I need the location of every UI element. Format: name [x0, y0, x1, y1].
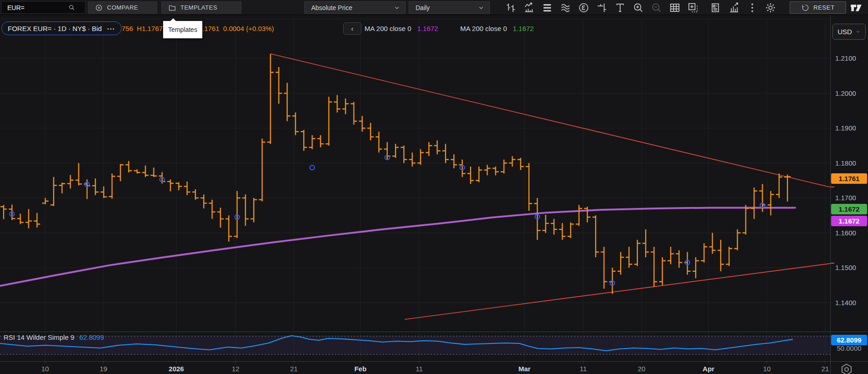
price-axis[interactable]: USD 1.21001.20001.19001.18001.17001.1600…: [831, 15, 868, 374]
time-tick-label: Apr: [696, 365, 721, 373]
price-tick-label: 1.1900: [835, 124, 867, 132]
tradingview-logo: [849, 2, 866, 14]
templates-button[interactable]: TEMPLATES: [161, 1, 241, 14]
price-tick-label: 1.1700: [835, 194, 867, 202]
ohlc-style-icon[interactable]: [505, 2, 517, 14]
symbol-title: FOREX EUR= · 1D · NY$ · Bid: [8, 25, 102, 32]
time-tick-label: 20: [629, 365, 654, 373]
reset-icon: [801, 4, 809, 12]
zoom-in-icon[interactable]: [632, 2, 644, 14]
chevron-left-icon: ‹: [351, 25, 354, 32]
time-tick-label: Mar: [512, 365, 537, 373]
templates-button-label: TEMPLATES: [180, 4, 217, 11]
axis-scale-icon[interactable]: [596, 2, 608, 14]
ma200-label: MA 200 close 0: [365, 25, 411, 32]
ohlc-bars[interactable]: [0, 54, 791, 294]
price-badge: 1.1672: [831, 216, 867, 226]
time-axis[interactable]: 101920261221Feb11Mar1120Apr1021: [0, 362, 868, 374]
plus-circle-icon: [95, 4, 103, 12]
price-tick-label: 1.1400: [835, 299, 867, 307]
rsi-legend[interactable]: RSI 14 Wilder Simple 9 62.8099: [4, 333, 104, 341]
events-icon[interactable]: [578, 2, 590, 14]
price-mode-value: Absolute Price: [311, 4, 352, 11]
chevron-down-icon: [478, 4, 485, 11]
chevron-down-icon: [855, 29, 861, 35]
time-tick-label: 10: [32, 365, 58, 373]
price-tick-label: 1.1800: [835, 159, 867, 167]
ma200-label: MA 200 close 0: [460, 25, 507, 32]
waves-icon[interactable]: [560, 2, 571, 14]
time-tick-label: 11: [570, 365, 596, 373]
settings-icon[interactable]: [765, 2, 776, 14]
price-tick-label: 1.2100: [835, 54, 867, 62]
signal-markers[interactable]: [10, 155, 765, 285]
time-tick-label: Feb: [348, 365, 373, 373]
text-tool-icon[interactable]: [614, 2, 626, 14]
time-tick-label: 12: [223, 365, 248, 373]
time-tick-label: 10: [754, 365, 780, 373]
ohlc-values-right: .1761 0.0004 (+0.03%): [202, 25, 274, 32]
templates-tooltip: Templates: [163, 21, 202, 38]
symbol-search-input[interactable]: [6, 4, 66, 12]
price-tick-label: 1.1600: [835, 229, 867, 237]
trendlines[interactable]: [271, 54, 830, 319]
signal-marker: [310, 165, 314, 170]
price-chart[interactable]: [0, 0, 868, 374]
compare-button-label: COMPARE: [107, 4, 138, 11]
symbol-search-box[interactable]: [1, 1, 85, 14]
layers-icon[interactable]: [541, 2, 553, 14]
add-pane-icon[interactable]: [687, 2, 699, 14]
more-options-icon[interactable]: [746, 2, 758, 14]
reset-button-label: RESET: [813, 4, 834, 11]
top-toolbar: COMPARE TEMPLATES Absolute Price Daily R…: [0, 0, 868, 15]
time-tick-label: 2026: [164, 365, 189, 373]
ma200-value: 1.1672: [417, 25, 438, 32]
price-badge: 1.1761: [831, 173, 867, 184]
time-tick-label: 21: [812, 365, 838, 373]
chevron-down-icon: [393, 4, 401, 11]
currency-value: USD: [837, 28, 852, 36]
time-tick-label: 21: [281, 365, 307, 373]
price-badge: 50.0000: [831, 343, 867, 353]
news-icon[interactable]: [710, 2, 722, 14]
rsi-label: RSI 14 Wilder Simple 9: [4, 333, 74, 341]
chart-application-window: COMPARE TEMPLATES Absolute Price Daily R…: [0, 0, 868, 374]
currency-dropdown[interactable]: USD: [832, 24, 866, 40]
price-tick-label: 1.1500: [835, 264, 867, 272]
interval-value: Daily: [416, 4, 430, 11]
compare-button[interactable]: COMPARE: [88, 1, 157, 14]
folder-icon: [168, 4, 176, 12]
time-tick-label: 19: [91, 365, 116, 373]
collapse-legend-button[interactable]: ‹: [343, 22, 361, 35]
interval-dropdown[interactable]: Daily: [409, 1, 490, 14]
price-tick-label: 1.2000: [835, 89, 867, 98]
rsi-value: 62.8099: [79, 333, 104, 341]
search-icon: [66, 2, 77, 14]
ohlc-values-left: 756 H1.1767: [122, 25, 163, 32]
price-badge: 1.1672: [831, 204, 867, 214]
hexagon-logo-icon[interactable]: [840, 363, 853, 374]
time-tick-label: 11: [406, 365, 432, 373]
data-table-icon[interactable]: [669, 2, 681, 14]
ma200-line[interactable]: [0, 208, 795, 286]
ma200-legend-2[interactable]: MA 200 close 0 1.1672: [460, 25, 534, 32]
export-chart-icon[interactable]: [728, 2, 740, 14]
more-options-icon[interactable]: •••: [107, 26, 115, 31]
symbol-legend-pill[interactable]: FOREX EUR= · 1D · NY$ · Bid •••: [1, 21, 122, 35]
price-mode-dropdown[interactable]: Absolute Price: [304, 1, 406, 14]
toolbar-icon-row: [505, 0, 776, 15]
ma200-legend-1[interactable]: MA 200 close 0 1.1672: [365, 25, 438, 32]
gridlines: [0, 19, 830, 362]
ma200-value: 1.1672: [513, 25, 534, 32]
chart-studies-icon[interactable]: [523, 2, 535, 14]
main-pane: [0, 54, 830, 319]
tooltip-text: Templates: [168, 26, 197, 33]
zoom-out-icon: [651, 2, 663, 14]
reset-button[interactable]: RESET: [790, 1, 846, 14]
